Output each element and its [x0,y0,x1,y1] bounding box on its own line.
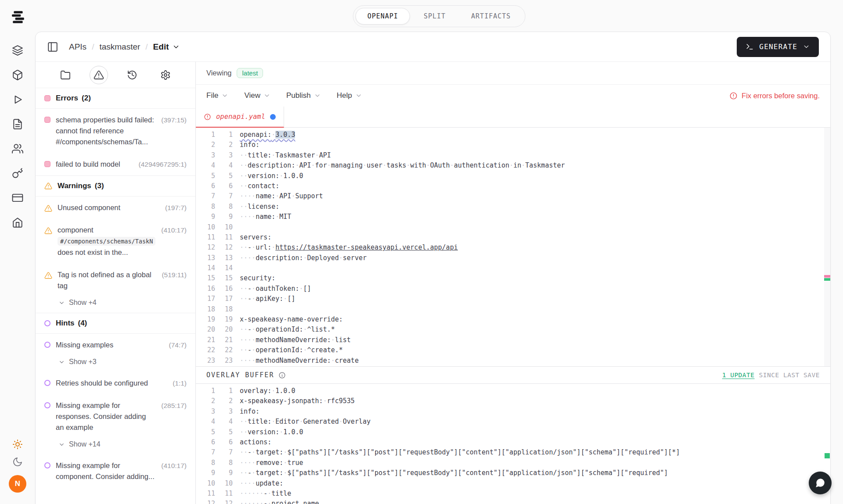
hint-icon [44,320,50,326]
menu-publish[interactable]: Publish [286,91,321,100]
code-line[interactable]: 55··version:·1.0.0 [196,427,830,437]
openapi-editor[interactable]: 11openapi:·3.0.322info:33··title:·Taskma… [196,128,830,366]
chat-button[interactable] [809,472,832,494]
toolbar-history-button[interactable] [123,66,141,84]
code-line[interactable]: 1919x-speakeasy-name-override: [196,315,830,325]
code-line[interactable]: 66actions: [196,437,830,447]
code-line[interactable]: 33··title:·Taskmaster·API [196,150,830,161]
rail-item-play[interactable] [12,94,23,105]
breadcrumb-project[interactable]: taskmaster [99,42,140,52]
rail-item-layers[interactable] [12,45,23,56]
rail-item-key[interactable] [12,168,23,179]
rail-item-users[interactable] [12,143,23,154]
overlay-editor[interactable]: 11overlay:·1.0.022x-speakeasy-jsonpath:·… [196,384,830,504]
line-number: 8 [215,458,233,468]
schema-ref-chip: #/components/schemas/TaskN [58,237,155,246]
code-line[interactable]: 1818 [196,304,830,315]
code-line[interactable]: 11overlay:·1.0.0 [196,386,830,396]
chat-bubble-icon [814,477,826,489]
moon-theme-button[interactable] [12,457,23,467]
code-line[interactable]: 88····remove:·true [196,458,830,468]
code-line[interactable]: 2222··-·operationId:·^create.* [196,345,830,355]
view-tab-split[interactable]: SPLIT [412,8,458,25]
view-tab-artifacts[interactable]: ARTIFACTS [459,8,522,25]
line-number: 5 [215,427,233,437]
toolbar-folder-button[interactable] [56,66,75,84]
code-line[interactable]: 22x-speakeasy-jsonpath:·rfc9535 [196,396,830,406]
code-line[interactable]: 1313····description:·Deployed·server [196,253,830,263]
code-line[interactable]: 66··contact: [196,181,830,191]
code-line[interactable]: 1515security: [196,273,830,283]
code-line[interactable]: 1010····update: [196,479,830,489]
code-line[interactable]: 1717··-·apiKey:·[] [196,294,830,304]
code-line[interactable]: 1212······-·project_name [196,499,830,504]
user-avatar[interactable]: N [9,475,26,493]
code-line[interactable]: 22info: [196,140,830,150]
generate-button[interactable]: GENERATE [737,37,819,57]
issue-row[interactable]: schema properties build failed: cannot f… [36,109,195,153]
view-tab-openapi[interactable]: OPENAPI [356,8,410,25]
code-line[interactable]: 77····name:·API·Support [196,191,830,201]
menu-help[interactable]: Help [337,91,362,100]
issue-row[interactable]: Missing example for component. Consider … [36,454,195,488]
code-line[interactable]: 2121····methodNameOverride:·list [196,335,830,345]
moon-icon [12,457,23,467]
rail-item-file-text[interactable] [12,118,23,130]
line-number: 8 [196,202,215,212]
code-line[interactable]: 99····name:·MIT [196,212,830,222]
rail-item-home[interactable] [12,217,23,228]
code-line[interactable]: 55··version:·1.0.0 [196,171,830,181]
issue-row[interactable]: Missing examples(74:7) [36,334,195,356]
code-line[interactable]: 1616··-·oauthToken:·[] [196,284,830,294]
show-more-button[interactable]: Show +14 [36,439,109,454]
toolbar-alert-triangle-button[interactable] [90,66,108,84]
issue-row[interactable]: Tag is not defined as a global tag(519:1… [36,264,195,297]
issue-row[interactable]: Missing example for responses. Consider … [36,394,195,439]
left-rail: N [0,32,35,504]
sun-theme-button[interactable] [12,439,23,450]
code-line[interactable]: 1414 [196,263,830,273]
code-line[interactable]: 88··license: [196,202,830,212]
breadcrumb-apis[interactable]: APIs [69,42,86,52]
code-line[interactable]: 2323····methodNameOverride:·create [196,356,830,366]
code-line[interactable]: 1111servers: [196,232,830,243]
error-squiggle: openapi:·3.0.3 [240,131,295,139]
section-count: (2) [82,94,91,103]
show-more-button[interactable]: Show +3 [36,356,105,372]
code-line[interactable]: 77··-·target:·$["paths"]["/tasks"]["post… [196,447,830,458]
rail-item-credit-card[interactable] [12,192,23,204]
code-line[interactable]: 1010 [196,222,830,232]
toolbar-settings-button[interactable] [156,66,175,84]
line-number: 3 [215,407,233,417]
issue-row[interactable]: failed to build model(4294967295:1) [36,153,195,175]
rail-item-package[interactable] [12,69,23,81]
code-line[interactable]: 11openapi:·3.0.3 [196,130,830,140]
version-badge[interactable]: latest [237,68,263,78]
sidebar-toggle-button[interactable] [47,41,58,53]
show-more-button[interactable]: Show +4 [36,297,105,313]
breadcrumb-page-menu[interactable]: Edit [153,42,180,52]
code-line[interactable]: 1111······-·title [196,489,830,499]
info-icon[interactable] [278,372,286,379]
tab-openapi-yaml[interactable]: openapi.yaml [196,107,284,128]
speakeasy-logo-icon[interactable] [11,10,25,25]
code-text: ······-·title [233,489,291,499]
code-link[interactable]: https://taskmaster-speakeasyapi.vercel.a… [275,243,458,251]
editor-scrollbar[interactable] [824,128,830,366]
menu-view[interactable]: View [244,91,270,100]
code-line[interactable]: 44··description:·API·for·managing·user·t… [196,161,830,171]
issue-row[interactable]: Retries should be configured(1:1) [36,372,195,394]
code-line[interactable]: 33info: [196,407,830,417]
issue-row[interactable]: Unused component(197:7) [36,197,195,219]
code-text: ··description:·API·for·managing·user·tas… [233,161,565,171]
menu-file[interactable]: File [206,91,228,100]
issue-location: (397:15) [161,114,187,147]
issue-row[interactable]: component #/components/schemas/TaskN doe… [36,219,195,264]
overlay-update-link[interactable]: 1 UPDATE [722,372,755,379]
code-text: ··-·oauthToken:·[] [233,284,311,294]
code-line[interactable]: 1212··-·url:·https://taskmaster-speakeas… [196,243,830,253]
code-line[interactable]: 99··-·target:·$["paths"]["/tasks"]["post… [196,468,830,478]
code-line[interactable]: 44··title:·Editor·Generated·Overlay [196,417,830,427]
line-number: 6 [215,181,233,191]
code-line[interactable]: 2020··-·operationId:·^list.* [196,325,830,335]
